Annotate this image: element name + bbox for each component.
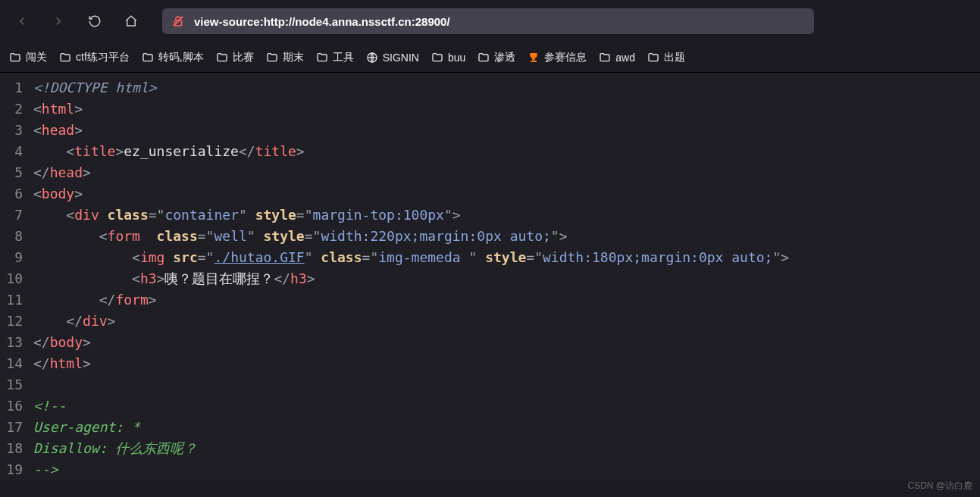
bookmark-item[interactable]: 工具 bbox=[316, 51, 354, 64]
source-line: 12 </div> bbox=[0, 311, 980, 332]
bookmark-item[interactable]: ctf练习平台 bbox=[59, 51, 130, 64]
source-line: 3<head> bbox=[0, 120, 980, 141]
source-line: 17User-agent: * bbox=[0, 417, 980, 438]
src-link[interactable]: ./hutao.GIF bbox=[214, 249, 304, 265]
browser-toolbar: view-source:http://node4.anna.nssctf.cn:… bbox=[0, 0, 980, 42]
watermark: CSDN @访白鹿 bbox=[907, 480, 972, 492]
bookmark-item[interactable]: 出题 bbox=[647, 51, 685, 64]
source-line: 7 <div class="container" style="margin-t… bbox=[0, 205, 980, 226]
svg-rect-3 bbox=[532, 58, 535, 60]
source-line: 2<html> bbox=[0, 98, 980, 120]
source-line: 4 <title>ez_unserialize</title> bbox=[0, 141, 980, 162]
forward-button[interactable] bbox=[47, 10, 70, 33]
source-line: 16<!-- bbox=[0, 395, 980, 417]
source-line: 6<body> bbox=[0, 183, 980, 205]
source-line: 18Disallow: 什么东西呢？ bbox=[0, 438, 980, 459]
bookmark-item[interactable]: 转码,脚本 bbox=[142, 51, 204, 64]
bookmark-item[interactable]: buu bbox=[431, 52, 465, 64]
url-text: view-source:http://node4.anna.nssctf.cn:… bbox=[194, 15, 450, 28]
source-line: 10 <h3>咦？题目在哪捏？</h3> bbox=[0, 268, 980, 289]
source-line: 8 <form class="well" style="width:220px;… bbox=[0, 226, 980, 247]
source-line: 1<!DOCTYPE html> bbox=[0, 77, 980, 98]
source-line: 13</body> bbox=[0, 332, 980, 353]
reload-button[interactable] bbox=[83, 10, 106, 33]
bookmark-item[interactable]: 渗透 bbox=[477, 51, 515, 64]
bookmark-item[interactable]: 期末 bbox=[266, 51, 304, 64]
source-viewer: 1<!DOCTYPE html> 2<html> 3<head> 4 <titl… bbox=[0, 73, 980, 480]
source-line: 5</head> bbox=[0, 162, 980, 183]
svg-rect-4 bbox=[531, 61, 537, 62]
source-line: 19--> bbox=[0, 459, 980, 480]
bookmark-item[interactable]: 参赛信息 bbox=[528, 51, 587, 64]
address-bar[interactable]: view-source:http://node4.anna.nssctf.cn:… bbox=[162, 8, 814, 34]
bookmark-item[interactable]: 闯关 bbox=[9, 51, 47, 64]
back-button[interactable] bbox=[11, 10, 33, 33]
source-line: 14</html> bbox=[0, 353, 980, 374]
bookmark-item[interactable]: 比赛 bbox=[216, 51, 254, 64]
bookmarks-bar: 闯关 ctf练习平台 转码,脚本 比赛 期末 工具 SIGNIN buu 渗透 … bbox=[0, 42, 980, 73]
source-line: 11 </form> bbox=[0, 289, 980, 311]
bookmark-item[interactable]: SIGNIN bbox=[366, 52, 419, 64]
source-line: 9 <img src="./hutao.GIF" class="img-meme… bbox=[0, 247, 980, 268]
insecure-lock-icon bbox=[171, 14, 185, 28]
home-button[interactable] bbox=[120, 10, 142, 33]
bookmark-item[interactable]: awd bbox=[599, 52, 635, 64]
source-line: 15 bbox=[0, 374, 980, 395]
